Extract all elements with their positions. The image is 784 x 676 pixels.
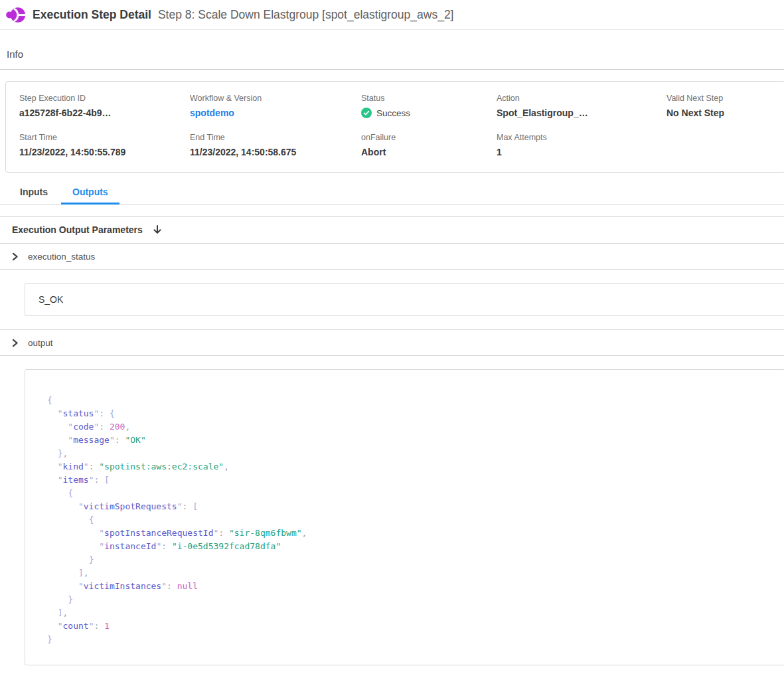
info-section-heading: Info [7, 48, 784, 60]
status-text: Success [376, 108, 410, 118]
field-value: a125728f-6b22-4b9… [19, 108, 190, 118]
field-value: 1 [497, 147, 666, 157]
download-arrow-icon[interactable] [152, 224, 163, 235]
field-valid-next-step: Valid Next Step No Next Step [666, 94, 784, 118]
field-workflow-version: Workflow & Version spotdemo [190, 94, 361, 118]
field-step-execution-id: Step Execution ID a125728f-6b22-4b9… [19, 94, 190, 118]
tab-outputs[interactable]: Outputs [61, 183, 119, 205]
field-label: Valid Next Step [666, 94, 784, 103]
tab-inputs[interactable]: Inputs [9, 183, 59, 205]
page-title: Execution Step Detail [33, 8, 151, 22]
field-label: Workflow & Version [190, 94, 361, 103]
field-action: Action Spot_Elastigroup_… [497, 94, 666, 118]
field-empty [666, 133, 784, 157]
field-value: 11/23/2022, 14:50:55.789 [19, 147, 190, 157]
output-parameters-title: Execution Output Parameters [12, 224, 143, 235]
param-name: output [28, 338, 53, 348]
field-status: Status Success [361, 94, 497, 118]
field-label: Start Time [19, 133, 190, 142]
output-parameters-header: Execution Output Parameters [0, 217, 784, 243]
info-divider [0, 69, 784, 70]
field-label: Action [497, 94, 666, 103]
field-end-time: End Time 11/23/2022, 14:50:58.675 [190, 133, 361, 157]
field-value: No Next Step [666, 108, 784, 118]
chevron-right-icon[interactable] [11, 339, 19, 347]
success-check-icon [361, 108, 372, 118]
field-label: Step Execution ID [19, 94, 190, 103]
page-subtitle: Step 8: Scale Down Elastgroup [spot_elas… [158, 8, 454, 22]
field-value: 11/23/2022, 14:50:58.675 [190, 147, 361, 157]
spot-logo-icon [5, 5, 26, 25]
field-value: Spot_Elastigroup_… [497, 108, 666, 118]
execution-status-value: S_OK [25, 283, 784, 316]
tab-bar: Inputs Outputs [0, 183, 784, 205]
field-start-time: Start Time 11/23/2022, 14:50:55.789 [19, 133, 190, 157]
param-row-execution-status[interactable]: execution_status [0, 244, 784, 269]
field-onfailure: onFailure Abort [361, 133, 497, 157]
field-label: onFailure [361, 133, 497, 142]
app-header: Execution Step Detail Step 8: Scale Down… [0, 0, 784, 30]
field-label: Max Attempts [497, 133, 666, 142]
param-name: execution_status [28, 252, 95, 262]
output-code-box: { "status": { "code": 200, "message": "O… [25, 369, 784, 665]
divider [0, 269, 784, 270]
divider [0, 355, 784, 356]
workflow-link[interactable]: spotdemo [190, 108, 361, 118]
status-badge: Success [361, 108, 497, 118]
field-label: Status [361, 94, 497, 103]
json-code: { "status": { "code": 200, "message": "O… [47, 394, 784, 646]
field-value: Abort [361, 147, 497, 157]
field-max-attempts: Max Attempts 1 [497, 133, 666, 157]
info-card: Step Execution ID a125728f-6b22-4b9… Wor… [5, 81, 784, 173]
field-label: End Time [190, 133, 361, 142]
chevron-right-icon[interactable] [11, 252, 19, 261]
param-row-output[interactable]: output [0, 330, 784, 355]
